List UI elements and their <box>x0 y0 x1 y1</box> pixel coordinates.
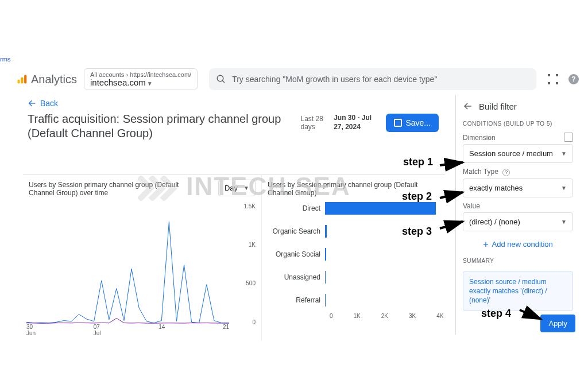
x-tick: 21 <box>223 324 229 337</box>
product-name: Analytics <box>31 73 77 86</box>
help-icon[interactable]: ? <box>502 169 510 176</box>
bar-fill <box>325 248 326 261</box>
svg-rect-1 <box>21 77 23 84</box>
analytics-icon <box>16 73 28 85</box>
svg-point-3 <box>217 75 223 81</box>
period-label: Last 28 days <box>300 115 328 131</box>
x-tick: 30Jun <box>26 324 36 337</box>
bar-row: Organic Social <box>268 243 442 266</box>
chevron-down-icon: ▼ <box>147 80 153 87</box>
step-1-label: step 1 <box>403 156 433 168</box>
help-icon[interactable]: ? <box>568 74 579 84</box>
save-icon <box>394 119 402 127</box>
line-series <box>26 318 229 323</box>
line-chart-plot <box>26 206 229 324</box>
back-link[interactable]: Back <box>28 99 58 108</box>
line-series <box>26 222 229 323</box>
y-tick: 0 <box>252 319 256 325</box>
account-name: intechsea.com▼ <box>90 78 191 88</box>
bar-track <box>325 294 442 306</box>
bar-row: Unassigned <box>268 266 442 289</box>
step-3-label: step 3 <box>402 226 432 238</box>
bar-track <box>325 202 442 215</box>
bar-track <box>325 271 442 284</box>
conditions-label: CONDITIONS (BUILD UP TO 5) <box>463 121 573 127</box>
watermark: INTECH SEA <box>138 172 351 201</box>
value-select[interactable]: (direct) / (none)▼ <box>463 212 573 231</box>
app-header: Analytics All accounts › https://intechs… <box>16 68 579 91</box>
y-tick: 1K <box>249 242 256 248</box>
bar-fill <box>325 271 326 284</box>
search-input[interactable]: Try searching "MoM growth in users for e… <box>209 68 536 90</box>
date-range[interactable]: Jun 30 - Jul 27, 2024 <box>334 114 380 131</box>
step-2-label: step 2 <box>402 191 432 203</box>
step-4-label: step 4 <box>481 308 511 320</box>
match-type-label: Match Type ? <box>463 168 573 176</box>
report-title: Traffic acquisition: Session primary cha… <box>28 112 295 141</box>
value-label: Value <box>463 202 573 210</box>
dimension-select[interactable]: Session source / medium▼ <box>463 144 573 163</box>
line-chart-x-axis: 30Jun07Jul1421 <box>26 324 229 337</box>
chevron-down-icon: ▼ <box>561 219 567 225</box>
line-chart-area: 1.5K1K5000 30Jun07Jul1421 <box>26 206 256 337</box>
bar-track <box>325 248 442 261</box>
x-tick: 14 <box>158 324 165 337</box>
bar-label: Organic Search <box>268 227 325 235</box>
bar-fill <box>325 202 436 215</box>
header-actions: ? <box>548 74 579 84</box>
summary-text: Session source / medium exactly matches … <box>463 271 573 312</box>
svg-line-4 <box>222 80 225 83</box>
apps-grid-icon[interactable] <box>548 74 558 84</box>
match-type-select[interactable]: exactly matches▼ <box>463 178 573 197</box>
bar-fill <box>325 225 327 238</box>
analytics-logo: Analytics <box>16 73 77 86</box>
dimension-label: Dimension <box>463 134 573 142</box>
bar-label: Unassigned <box>268 273 325 281</box>
bar-label: Direct <box>268 204 325 212</box>
arrow-left-icon[interactable] <box>463 101 473 111</box>
filter-panel-header: Build filter <box>463 101 573 111</box>
save-button[interactable]: Save... <box>386 114 439 132</box>
chevron-down-icon: ▼ <box>561 185 567 191</box>
search-placeholder: Try searching "MoM growth in users for e… <box>232 75 437 84</box>
report-title-row: Traffic acquisition: Session primary cha… <box>28 112 439 141</box>
bar-label: Referral <box>268 296 325 304</box>
arrow-left-icon <box>28 99 37 108</box>
bar-scale-tick: 2K <box>381 313 388 319</box>
bar-chart-scale: 01K2K3K4K <box>330 313 442 319</box>
bar-scale-tick: 3K <box>409 313 416 319</box>
svg-rect-0 <box>18 80 20 84</box>
x-tick: 07Jul <box>94 324 101 337</box>
stray-link[interactable]: rms <box>0 56 10 63</box>
copy-icon[interactable] <box>565 134 573 142</box>
y-tick: 1.5K <box>243 203 256 209</box>
bar-scale-tick: 0 <box>330 313 333 319</box>
bar-scale-tick: 4K <box>436 313 443 319</box>
bar-scale-tick: 1K <box>354 313 361 319</box>
chevron-down-icon: ▼ <box>561 150 567 157</box>
search-icon <box>216 74 226 84</box>
add-condition-button[interactable]: +Add new condition <box>463 239 573 250</box>
apply-button[interactable]: Apply <box>540 315 575 332</box>
account-selector[interactable]: All accounts › https://intechsea.com/ in… <box>84 68 198 91</box>
bar-row: Referral <box>268 289 442 312</box>
bar-label: Organic Social <box>268 250 325 258</box>
filter-panel: Build filter CONDITIONS (BUILD UP TO 5) … <box>455 95 579 335</box>
y-tick: 500 <box>246 280 256 286</box>
summary-label: SUMMARY <box>463 258 573 264</box>
svg-rect-2 <box>24 75 26 84</box>
